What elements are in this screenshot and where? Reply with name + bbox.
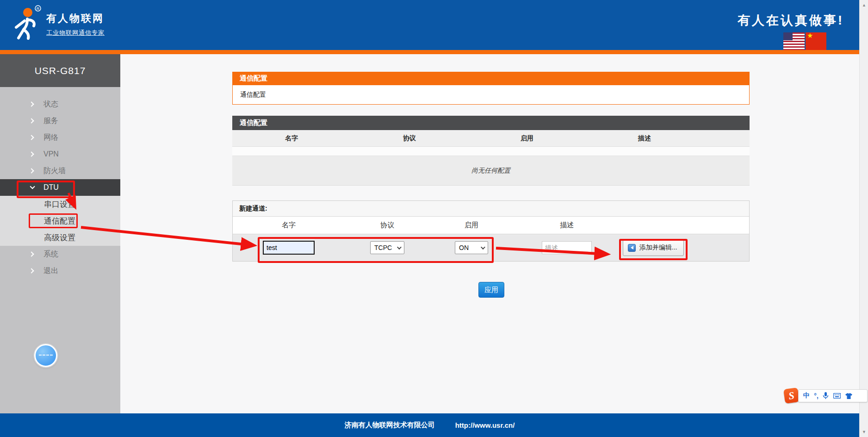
accent-strip [0,50,868,54]
add-edit-icon [628,244,636,252]
brand-subtitle: 工业物联网通信专家 [46,29,105,37]
sidebar-item-firewall[interactable]: 防火墙 [0,162,120,179]
ime-toolbar: 中 °, [798,389,868,402]
ime-skin-icon[interactable] [845,393,852,399]
sidebar-item-services[interactable]: 服务 [0,112,120,129]
ime-language-mode-button[interactable]: 中 [803,392,810,400]
header-bar: R 有人物联网 工业物联网通信专家 有人在认真做事! ★ [0,0,868,50]
column-header-protocol: 协议 [345,221,430,230]
english-flag-icon[interactable] [783,32,805,50]
chevron-right-icon [29,151,34,156]
column-header-name: 名字 [233,221,345,230]
support-badge-icon[interactable] [34,344,57,367]
chevron-down-icon [397,245,402,250]
ime-punctuation-button[interactable]: °, [814,392,818,400]
column-header-protocol: 协议 [351,134,468,143]
channels-panel: 通信配置 名字 协议 启用 描述 尚无任何配置 [232,116,750,186]
sidebar-item-comm-config[interactable]: 通信配置 [0,212,120,229]
chevron-down-icon [30,184,35,189]
sidebar-item-logout[interactable]: 退出 [0,262,120,279]
info-panel: 通信配置 通信配置 [232,72,750,105]
new-channel-title: 新建通道: [233,201,749,217]
slogan-text: 有人在认真做事! [738,12,844,29]
empty-table-message: 尚无任何配置 [232,156,750,186]
apply-button[interactable]: 应用 [478,282,504,298]
channel-name-input[interactable] [263,241,315,255]
column-header-name: 名字 [232,134,351,143]
ime-keyboard-icon[interactable] [833,393,841,399]
device-name: USR-G817 [0,54,120,87]
footer-website-link[interactable]: http://www.usr.cn/ [455,421,515,429]
sogou-ime-icon[interactable]: S [783,387,800,404]
chevron-right-icon [29,268,34,273]
sidebar-item-vpn[interactable]: VPN [0,146,120,162]
sidebar-item-status[interactable]: 状态 [0,96,120,112]
sidebar-item-network[interactable]: 网络 [0,129,120,146]
chevron-down-icon [481,245,485,250]
chevron-right-icon [29,135,34,140]
new-channel-form-row: TCPC ON 添加并编辑... [233,234,749,261]
protocol-select[interactable]: TCPC [370,241,404,254]
new-channel-header: 名字 协议 启用 描述 [233,217,749,234]
usr-logo-icon: R [10,5,42,44]
add-edit-button[interactable]: 添加并编辑... [623,239,684,256]
column-header-description: 描述 [586,134,703,143]
footer-company: 济南有人物联网技术有限公司 [345,421,435,430]
column-header-enable: 启用 [468,134,586,143]
info-panel-body: 通信配置 [232,85,750,105]
footer: 济南有人物联网技术有限公司 http://www.usr.cn/ [0,413,859,437]
scroll-up-button[interactable]: ▲ [860,3,868,7]
channels-panel-title: 通信配置 [232,116,750,130]
us-flag-canton [783,32,793,40]
ime-tools-grid-icon[interactable] [856,393,862,399]
description-input[interactable] [542,241,592,254]
enable-select[interactable]: ON [455,241,488,254]
sidebar: USR-G817 状态 服务 网络 VPN 防火墙 DTU 串口设置 通信配置 … [0,54,120,413]
scroll-down-button[interactable]: ▼ [860,430,868,434]
sidebar-item-serial-settings[interactable]: 串口设置 [0,196,120,212]
chevron-right-icon [29,101,34,106]
cn-flag-star: ★ [807,31,813,40]
ime-microphone-icon[interactable] [823,392,829,400]
new-channel-panel: 新建通道: 名字 协议 启用 描述 TCPC ON 添加并编辑... [232,200,750,262]
chevron-right-icon [29,251,34,256]
brand-title: 有人物联网 [46,12,105,25]
sidebar-item-advanced-settings[interactable]: 高级设置 [0,229,120,246]
sidebar-item-dtu[interactable]: DTU [0,179,120,196]
column-header-description: 描述 [513,221,620,230]
badge-dash [39,355,53,356]
column-header-enable: 启用 [430,221,513,230]
svg-text:R: R [37,6,40,11]
channels-table-header: 名字 协议 启用 描述 [232,130,750,147]
brand: R 有人物联网 工业物联网通信专家 [10,5,105,44]
dtu-submenu: 串口设置 通信配置 高级设置 [0,196,120,246]
sidebar-menu: 状态 服务 网络 VPN 防火墙 DTU 串口设置 通信配置 高级设置 系统 退… [0,87,120,279]
table-spacer-row [232,147,750,156]
chevron-right-icon [29,118,34,123]
chinese-flag-icon[interactable]: ★ [806,32,826,50]
sidebar-item-system[interactable]: 系统 [0,246,120,262]
info-panel-title: 通信配置 [232,72,750,85]
vertical-scrollbar[interactable]: ▲ ▼ [859,0,868,437]
chevron-right-icon [29,168,34,173]
